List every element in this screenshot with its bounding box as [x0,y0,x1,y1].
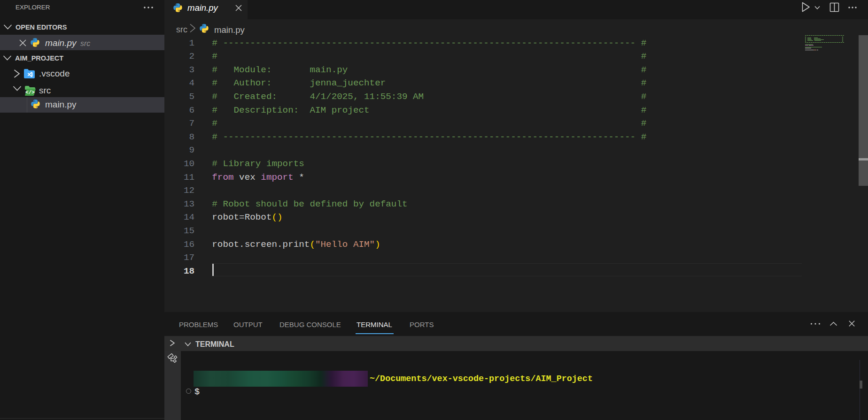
svg-text:</>: </> [25,90,35,95]
